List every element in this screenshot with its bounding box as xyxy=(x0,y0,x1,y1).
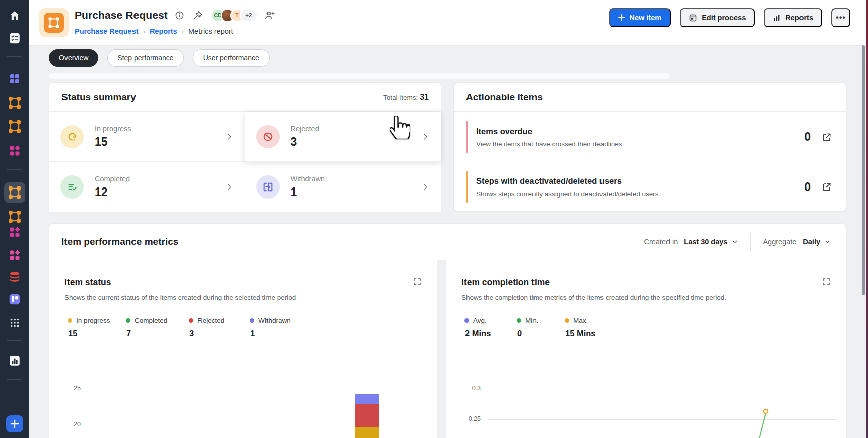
new-item-button[interactable]: New item xyxy=(609,8,671,27)
tab-overview[interactable]: Overview xyxy=(49,49,98,67)
chart-title: Item status xyxy=(64,277,111,288)
page-title: Purchase Request xyxy=(75,9,168,21)
legend-label: Rejected xyxy=(197,317,224,324)
breadcrumb-link[interactable]: Purchase Request xyxy=(75,27,139,35)
more-actions-button[interactable]: ••• xyxy=(831,8,850,27)
dataset-icon[interactable] xyxy=(5,268,25,286)
item-completion-time-chart: Item completion time Shows the completio… xyxy=(446,260,846,438)
actionable-row-items-overdue[interactable]: Items overdue View the items that have c… xyxy=(454,112,846,162)
status-label: Withdrawn xyxy=(291,175,325,183)
chart-title: Item completion time xyxy=(461,277,550,288)
completed-icon xyxy=(60,175,84,199)
process-icon[interactable] xyxy=(5,117,25,136)
legend-dot xyxy=(189,318,193,323)
gridline xyxy=(86,389,429,389)
y-tick: 25 xyxy=(60,385,81,392)
chevron-down-icon xyxy=(731,238,738,245)
apps-grid-icon[interactable] xyxy=(5,70,25,88)
status-cell-in-progress[interactable]: In progress 15 xyxy=(49,112,245,162)
breadcrumb-separator: › xyxy=(182,28,184,35)
chevron-down-icon xyxy=(824,238,831,245)
apps-menu-icon[interactable] xyxy=(5,314,25,332)
status-label: Rejected xyxy=(291,124,319,133)
created-in-label: Created in xyxy=(644,238,678,246)
chevron-right-icon xyxy=(421,132,430,141)
legend-value: 0 xyxy=(517,329,565,338)
avatar-stack[interactable]: CD T +2 xyxy=(211,9,258,22)
external-link-icon[interactable] xyxy=(822,182,832,192)
chart-legend: Avg. 2 Mins Min. 0 Max. 15 Mins xyxy=(446,301,846,338)
create-new-button[interactable] xyxy=(5,415,25,433)
chart-legend: In progress 15 Completed 7 Rejected 3 Wi… xyxy=(49,301,437,338)
control-divider xyxy=(750,233,751,251)
legend-label: Completed xyxy=(135,317,167,324)
sidebar-divider xyxy=(7,56,22,57)
card-title: Actionable items xyxy=(466,92,543,103)
chart-subtitle: Shows the completion time metrics of the… xyxy=(446,288,846,301)
bar-segment-rejected[interactable] xyxy=(355,404,379,427)
breadcrumb-separator: › xyxy=(143,28,145,35)
tab-step-performance[interactable]: Step performance xyxy=(107,49,183,67)
process-icon-selected[interactable] xyxy=(4,182,25,203)
mouse-cursor xyxy=(390,116,410,141)
legend-label: Min. xyxy=(525,317,539,324)
my-tasks-icon[interactable] xyxy=(5,29,25,47)
status-label: Completed xyxy=(95,175,130,183)
info-icon[interactable] xyxy=(174,9,186,21)
report-tabs: Overview Step performance User performan… xyxy=(49,49,270,67)
home-icon[interactable] xyxy=(5,7,25,25)
created-in-dropdown[interactable]: Last 30 days xyxy=(684,238,738,246)
process-icon[interactable] xyxy=(5,94,25,112)
legend-label: Max. xyxy=(573,317,588,324)
app-icon xyxy=(39,8,69,37)
breadcrumb: Purchase Request › Reports › Metrics rep… xyxy=(75,27,233,35)
edit-process-icon xyxy=(689,14,697,22)
bar-segment-withdrawn[interactable] xyxy=(355,394,379,404)
external-link-icon[interactable] xyxy=(822,132,832,142)
actionable-value: 0 xyxy=(804,180,811,194)
actionable-description: View the items that have crossed their d… xyxy=(476,140,622,148)
pin-icon[interactable] xyxy=(192,9,204,21)
legend-dot xyxy=(517,318,521,323)
status-value: 1 xyxy=(291,185,325,199)
legend-value: 2 Mins xyxy=(464,329,517,338)
total-items: Total items:31 xyxy=(383,93,429,102)
analytics-icon[interactable] xyxy=(5,352,25,370)
breadcrumb-current: Metrics report xyxy=(188,27,233,35)
board-icon[interactable] xyxy=(5,246,25,264)
rejected-icon xyxy=(256,125,280,148)
aggregate-dropdown[interactable]: Daily xyxy=(803,238,831,246)
status-cell-withdrawn[interactable]: Withdrawn 1 xyxy=(245,162,441,212)
tab-user-performance[interactable]: User performance xyxy=(193,49,270,67)
breadcrumb-link[interactable]: Reports xyxy=(150,27,177,35)
in-progress-icon xyxy=(60,125,84,148)
legend-dot xyxy=(250,318,254,323)
add-member-icon[interactable] xyxy=(264,9,276,21)
kanban-board-icon[interactable] xyxy=(5,290,25,308)
status-cell-completed[interactable]: Completed 12 xyxy=(49,162,245,212)
y-tick: 20 xyxy=(60,421,81,428)
expand-icon[interactable] xyxy=(822,277,831,286)
legend-value: 1 xyxy=(250,329,308,338)
legend-label: Withdrawn xyxy=(258,317,291,324)
legend-value: 7 xyxy=(126,329,189,338)
scrolled-content-edge xyxy=(49,73,670,79)
actionable-row-deactivated-users[interactable]: Steps with deactivated/deleted users Sho… xyxy=(454,162,846,212)
bar-segment-in-progress[interactable] xyxy=(355,427,379,438)
aggregate-label: Aggregate xyxy=(763,238,796,246)
actionable-value: 0 xyxy=(804,130,811,144)
board-icon[interactable] xyxy=(5,223,25,241)
legend-dot xyxy=(464,318,469,323)
sidebar-divider xyxy=(7,169,22,170)
actionable-title: Items overdue xyxy=(476,127,622,136)
sidebar-divider xyxy=(7,379,22,380)
expand-icon[interactable] xyxy=(413,277,422,286)
avatar-overflow-badge: +2 xyxy=(240,9,258,22)
legend-value: 15 xyxy=(68,329,126,338)
board-icon[interactable] xyxy=(5,142,25,160)
card-title: Item performance metrics xyxy=(61,236,178,247)
reports-button[interactable]: Reports xyxy=(764,8,822,27)
vertical-scrollbar-thumb[interactable] xyxy=(862,45,865,295)
edit-process-button[interactable]: Edit process xyxy=(680,8,755,27)
status-cell-rejected[interactable]: Rejected 3 xyxy=(245,112,441,162)
